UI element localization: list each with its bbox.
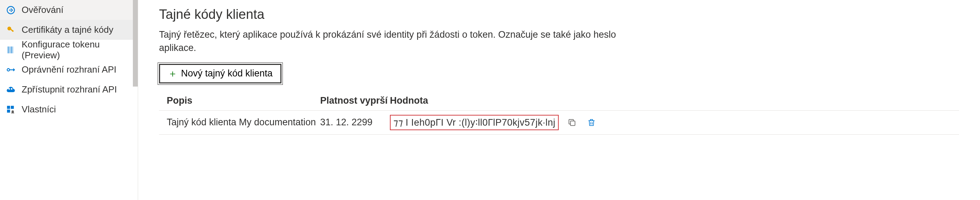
svg-rect-6 bbox=[11, 46, 11, 53]
copy-button[interactable] bbox=[566, 117, 578, 128]
key-icon bbox=[6, 25, 16, 35]
sidebar-item-certs[interactable]: Certifikáty a tajné kódy bbox=[0, 20, 138, 40]
svg-point-10 bbox=[11, 88, 13, 90]
table-header: Popis Platnost vyprší Hodnota bbox=[159, 91, 959, 110]
api-perm-icon bbox=[6, 65, 16, 75]
secret-description: Tajný kód klienta My documentation bbox=[167, 117, 320, 128]
col-header-expires: Platnost vyprší bbox=[320, 95, 390, 106]
sidebar-item-label: Oprávnění rozhraní API bbox=[22, 64, 116, 75]
owners-icon bbox=[6, 104, 16, 115]
page-title: Tajné kódy klienta bbox=[159, 7, 959, 22]
svg-point-1 bbox=[7, 27, 11, 30]
sidebar-item-label: Certifikáty a tajné kódy bbox=[22, 24, 113, 35]
sidebar-item-owners[interactable]: Vlastníci bbox=[0, 99, 138, 119]
add-button-label: Nový tajný kód klienta bbox=[181, 68, 273, 79]
sidebar-item-expose-api[interactable]: Zpřístupnit rozhraní API bbox=[0, 80, 138, 99]
auth-icon bbox=[6, 5, 16, 15]
table-row: Tajný kód klienta My documentation 31. 1… bbox=[159, 110, 959, 135]
svg-point-8 bbox=[7, 69, 10, 71]
sidebar-item-label: Zpřístupnit rozhraní API bbox=[22, 84, 117, 95]
sidebar-item-label: Konfigurace tokenu (Preview) bbox=[22, 39, 132, 61]
secret-expires: 31. 12. 2299 bbox=[320, 117, 390, 128]
svg-rect-15 bbox=[571, 121, 575, 125]
main-content: Tajné kódy klienta Tajný řetězec, který … bbox=[138, 0, 980, 200]
sidebar-item-api-perm[interactable]: Oprávnění rozhraní API bbox=[0, 60, 138, 80]
svg-rect-5 bbox=[10, 46, 10, 53]
delete-button[interactable] bbox=[586, 117, 597, 128]
svg-rect-7 bbox=[12, 46, 13, 53]
sidebar-item-token[interactable]: Konfigurace tokenu (Preview) bbox=[0, 40, 138, 60]
sidebar-item-auth[interactable]: Ověřování bbox=[0, 0, 138, 20]
expose-api-icon bbox=[6, 85, 16, 95]
scrollbar[interactable] bbox=[133, 0, 138, 86]
secrets-table: Popis Platnost vyprší Hodnota Tajný kód … bbox=[159, 91, 959, 135]
new-client-secret-button[interactable]: ＋ Nový tajný kód klienta bbox=[159, 64, 282, 83]
svg-rect-11 bbox=[7, 106, 10, 109]
secret-value: ⁊⁊ I Ieh0pГI Vr :(l)y∶ll0ГlP70kjv57jk·ln… bbox=[390, 115, 559, 130]
col-header-description: Popis bbox=[167, 95, 320, 106]
svg-rect-12 bbox=[11, 106, 14, 109]
col-header-value: Hodnota bbox=[390, 95, 519, 106]
svg-point-9 bbox=[8, 88, 10, 90]
sidebar-item-label: Ověřování bbox=[22, 5, 64, 15]
sidebar-item-label: Vlastníci bbox=[22, 104, 56, 115]
svg-rect-13 bbox=[7, 110, 10, 113]
sidebar: Ověřování Certifikáty a tajné kódy Konfi… bbox=[0, 0, 138, 200]
page-description: Tajný řetězec, který aplikace používá k … bbox=[159, 28, 647, 55]
plus-icon: ＋ bbox=[168, 67, 178, 80]
token-icon bbox=[6, 45, 16, 55]
svg-rect-4 bbox=[8, 46, 8, 53]
